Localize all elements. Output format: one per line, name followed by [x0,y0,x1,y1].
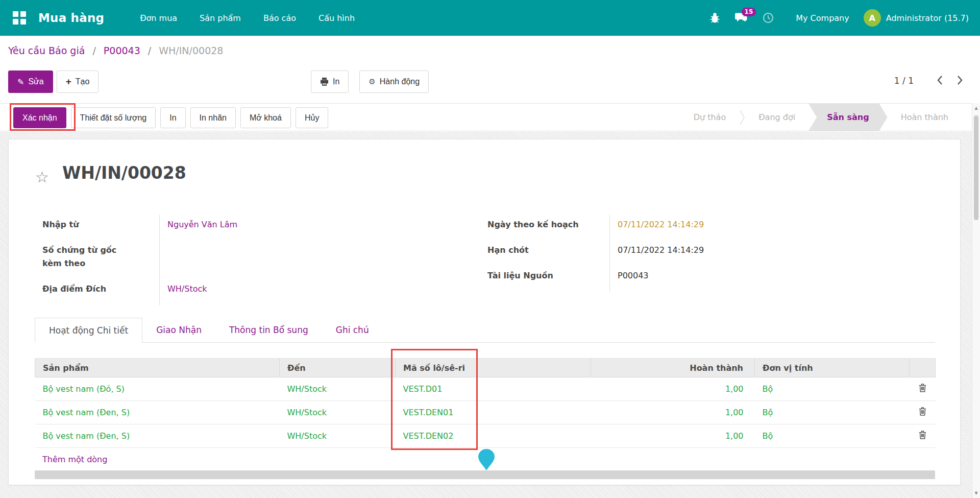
cell-lot: VEST.DEN01 [396,401,477,424]
cell-done: 1,00 [591,377,755,401]
confirm-button[interactable]: Xác nhận [13,107,66,128]
scrollbar-thumb[interactable] [974,115,978,220]
step-draft[interactable]: Dự thảo [680,104,740,131]
value-scheduled-date: 07/11/2022 14:14:29 [609,215,824,241]
col-actions [910,359,936,377]
printer-icon [320,78,329,86]
vertical-scrollbar[interactable]: ▲ ▼ [972,103,980,498]
app-title[interactable]: Mua hàng [38,11,104,25]
table-row[interactable]: Bộ vest nam (Đen, S) WH/Stock VEST.DEN02… [35,424,936,448]
table-row[interactable]: Bộ vest nam (Đỏ, S) WH/Stock VEST.D01 1,… [35,377,936,401]
col-done[interactable]: Hoàn thành [591,359,755,377]
cell-lot: VEST.D01 [396,377,477,401]
tab-delivery[interactable]: Giao Nhận [142,318,215,342]
user-menu[interactable]: A Administrator (15.7) [864,9,969,27]
cell-done: 1,00 [591,401,755,424]
print-button-label: In [333,77,339,86]
menu-purchase-orders[interactable]: Đơn mua [129,0,188,36]
create-button[interactable]: + Tạo [57,70,99,93]
statusbar: Xác nhận Thiết đặt số lượng In In nhãn M… [0,103,972,131]
cell-product: Bộ vest nam (Đỏ, S) [35,377,280,401]
cell-destination: WH/Stock [280,401,396,424]
action-button[interactable]: ⚙ Hành động [359,70,429,93]
tab-additional-info[interactable]: Thông tin Bổ sung [215,318,322,342]
tab-detailed-operations[interactable]: Hoạt động Chi tiết [35,318,142,343]
scrollbar-up-arrow-icon[interactable]: ▲ [972,103,980,113]
field-group-left: Nhập từ Nguyễn Văn Lâm Số chứng từ gốc k… [42,215,374,305]
menu-configuration[interactable]: Cấu hình [307,0,366,36]
unlock-button[interactable]: Mở khoá [240,107,291,128]
menu-reports[interactable]: Báo cáo [252,0,307,36]
breadcrumb-separator: / [92,45,95,56]
company-switcher[interactable]: My Company [796,13,849,23]
col-product[interactable]: Sản phẩm [35,359,280,377]
message-count-badge: 15 [742,8,756,16]
cell-product: Bộ vest nam (Đen, S) [35,424,280,448]
label-receive-from: Nhập từ [42,215,159,241]
debug-bug-icon[interactable] [709,12,720,23]
value-destination-location[interactable]: WH/Stock [167,284,207,294]
cell-destination: WH/Stock [280,377,396,401]
delete-row-trash-icon[interactable] [910,424,936,448]
pager-next-icon[interactable] [955,74,965,89]
print-picking-button[interactable]: In [160,107,185,128]
top-navbar: Mua hàng Đơn mua Sản phẩm Báo cáo Cấu hì… [0,0,980,36]
label-source-document: Tài liệu Nguồn [487,266,609,292]
pager-counter: 1 / 1 [894,76,914,86]
favorite-star-icon[interactable]: ☆ [35,170,49,185]
scrollbar-down-arrow-icon[interactable]: ▼ [972,488,980,498]
notebook-tabs: Hoạt động Chi tiết Giao Nhận Thông tin B… [35,318,935,343]
set-quantities-button[interactable]: Thiết đặt số lượng [71,107,156,128]
value-source-document-attached [159,241,374,279]
value-receive-from[interactable]: Nguyễn Văn Lâm [167,220,237,229]
menu-products[interactable]: Sản phẩm [188,0,252,36]
user-avatar: A [864,9,881,27]
breadcrumb-rfq[interactable]: Yêu cầu Báo giá [8,45,85,56]
systray: 15 My Company A Administrator (15.7) [709,9,980,27]
tab-notes[interactable]: Ghi chú [322,318,383,342]
col-lot-serial[interactable]: Mã số lô/sê-ri [396,359,477,377]
cancel-button[interactable]: Hủy [296,107,328,128]
edit-button-label: Sửa [28,77,43,86]
gear-icon: ⚙ [369,77,375,86]
action-button-label: Hành động [380,77,420,86]
activities-clock-icon[interactable] [762,12,774,24]
label-deadline: Hạn chót [487,241,609,266]
edit-button[interactable]: ✎ Sửa [8,70,53,93]
step-waiting[interactable]: Đang đợi [745,104,808,131]
create-button-label: Tạo [76,77,90,86]
cell-destination: WH/Stock [280,424,396,448]
pager-previous-icon[interactable] [935,74,944,89]
cell-uom: Bộ [755,424,910,448]
step-done[interactable]: Hoàn thành [888,104,962,131]
move-lines-table: Sản phẩm Đến Mã số lô/sê-ri Hoàn thành Đ… [35,358,936,448]
value-source-document: P00043 [609,266,824,292]
step-ready[interactable]: Sẵn sàng [808,104,887,131]
record-title: WH/IN/00028 [62,163,186,185]
delete-row-trash-icon[interactable] [910,401,936,424]
add-a-line-link[interactable]: Thêm một dòng [42,455,107,464]
label-scheduled-date: Ngày theo kế hoạch [487,215,609,241]
user-name: Administrator (15.7) [886,13,969,23]
table-row[interactable]: Bộ vest nam (Đen, S) WH/Stock VEST.DEN01… [35,401,936,424]
form-sheet: ☆ WH/IN/00028 Nhập từ Nguyễn Văn Lâm Số … [8,139,961,485]
label-source-document-attached: Số chứng từ gốc kèm theo [42,241,159,279]
label-destination-location: Địa điểm Đích [42,279,159,305]
table-header-row: Sản phẩm Đến Mã số lô/sê-ri Hoàn thành Đ… [35,359,936,377]
delete-row-trash-icon[interactable] [910,377,936,401]
cell-product: Bộ vest nam (Đen, S) [35,401,280,424]
print-button[interactable]: In [311,70,349,93]
cell-uom: Bộ [755,377,910,401]
cell-done: 1,00 [591,424,755,448]
breadcrumb: Yêu cầu Báo giá / P00043 / WH/IN/00028 [8,45,223,56]
col-uom[interactable]: Đơn vị tính [755,359,910,377]
breadcrumb-p00043[interactable]: P00043 [104,45,140,56]
col-destination[interactable]: Đến [280,359,396,377]
table-horizontal-scrollbar[interactable] [35,470,935,479]
cell-uom: Bộ [755,401,910,424]
plus-icon: + [66,76,71,87]
messages-icon[interactable]: 15 [734,12,748,24]
breadcrumb-separator: / [148,45,151,56]
apps-menu-icon[interactable] [13,11,26,25]
print-labels-button[interactable]: In nhãn [190,107,236,128]
